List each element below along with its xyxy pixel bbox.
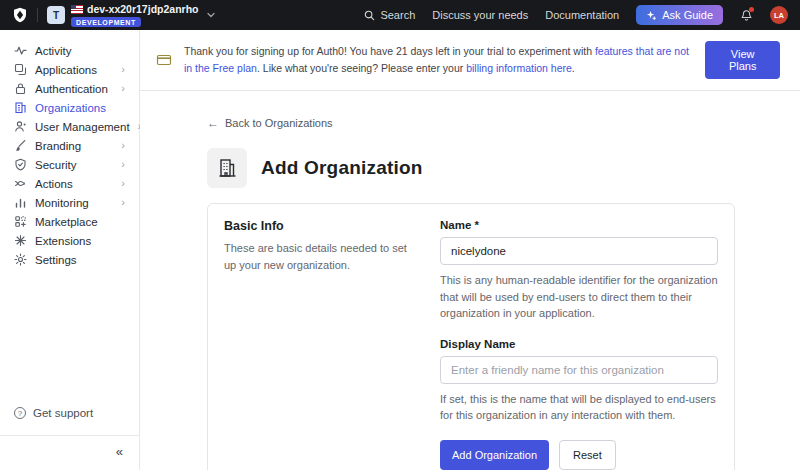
main-area: Thank you for signing up for Auth0! You …	[140, 30, 800, 470]
display-name-help-text: If set, this is the name that will be di…	[440, 391, 718, 424]
search-button[interactable]: Search	[364, 9, 415, 21]
section-title: Basic Info	[224, 219, 416, 233]
ask-guide-button[interactable]: Ask Guide	[636, 5, 723, 25]
name-label: Name *	[440, 219, 718, 231]
documentation-link[interactable]: Documentation	[545, 9, 619, 21]
tenant-name: dev-xx20r17jdp2anrho	[87, 3, 198, 15]
marketplace-icon	[14, 215, 27, 228]
topbar: T dev-xx20r17jdp2anrho DEVELOPMENT Searc…	[0, 0, 800, 30]
display-name-label: Display Name	[440, 338, 718, 350]
page-title: Add Organization	[261, 157, 423, 179]
name-help-text: This is any human-readable identifier fo…	[440, 272, 718, 322]
help-icon: ?	[14, 407, 26, 419]
discuss-your-needs-link[interactable]: Discuss your needs	[432, 9, 528, 21]
chevron-right-icon: ›	[121, 83, 125, 94]
sidebar-item-authentication[interactable]: Authentication ›	[0, 79, 139, 98]
sidebar-item-organizations[interactable]: Organizations	[0, 98, 139, 117]
us-flag-icon	[71, 5, 83, 14]
trial-banner-text: Thank you for signing up for Auth0! You …	[184, 43, 693, 77]
notifications-button[interactable]	[740, 9, 753, 22]
building-icon	[14, 101, 27, 114]
sidebar-item-applications[interactable]: Applications ›	[0, 60, 139, 79]
trial-banner: Thank you for signing up for Auth0! You …	[140, 30, 800, 91]
sidebar-item-branding[interactable]: Branding ›	[0, 136, 139, 155]
back-arrow-icon: ←	[207, 116, 219, 130]
billing-information-link[interactable]: billing information here	[466, 62, 572, 74]
get-support-label: Get support	[33, 407, 93, 419]
back-to-organizations-link[interactable]: ← Back to Organizations	[207, 116, 333, 130]
view-plans-button[interactable]: View Plans	[705, 41, 780, 79]
sidebar: Activity Applications › Authentication ›…	[0, 30, 140, 470]
sidebar-item-settings[interactable]: Settings	[0, 250, 139, 269]
ask-guide-label: Ask Guide	[662, 9, 713, 21]
flow-icon	[14, 177, 27, 190]
user-avatar[interactable]: LA	[770, 6, 788, 24]
search-label: Search	[380, 9, 415, 21]
back-link-label: Back to Organizations	[225, 117, 333, 129]
name-input[interactable]	[440, 237, 718, 265]
auth0-shield-logo	[12, 7, 28, 23]
sidebar-item-activity[interactable]: Activity	[0, 41, 139, 60]
tenant-switcher[interactable]: T dev-xx20r17jdp2anrho DEVELOPMENT	[47, 3, 216, 27]
paintbrush-icon	[14, 139, 27, 152]
get-support-link[interactable]: ? Get support	[0, 403, 139, 423]
lock-icon	[14, 82, 27, 95]
bar-chart-icon	[14, 196, 27, 209]
topbar-divider	[37, 8, 38, 22]
credit-card-icon	[156, 52, 172, 68]
environment-badge: DEVELOPMENT	[71, 17, 141, 27]
chevron-right-icon: ›	[121, 178, 125, 189]
chevron-right-icon: ›	[121, 159, 125, 170]
sidebar-item-actions[interactable]: Actions ›	[0, 174, 139, 193]
basic-info-card: Basic Info These are basic details neede…	[207, 203, 735, 470]
user-icon	[14, 120, 27, 133]
applications-icon	[14, 63, 27, 76]
chevron-down-icon	[206, 10, 216, 20]
notification-dot	[749, 7, 754, 12]
gear-icon	[14, 253, 27, 266]
shield-check-icon	[14, 158, 27, 171]
display-name-input[interactable]	[440, 356, 718, 384]
organization-icon	[207, 148, 247, 188]
reset-button[interactable]: Reset	[559, 440, 616, 470]
collapse-sidebar-button[interactable]: «	[116, 444, 123, 459]
section-description: These are basic details needed to set up…	[224, 240, 416, 273]
chevron-right-icon: ›	[121, 140, 125, 151]
chevron-right-icon: ›	[121, 197, 125, 208]
tenant-avatar: T	[47, 6, 65, 24]
activity-icon	[14, 44, 27, 57]
sidebar-item-monitoring[interactable]: Monitoring ›	[0, 193, 139, 212]
sparkle-icon	[646, 10, 657, 21]
sidebar-item-extensions[interactable]: Extensions	[0, 231, 139, 250]
extensions-icon	[14, 234, 27, 247]
search-icon	[364, 10, 375, 21]
chevron-right-icon: ›	[121, 64, 125, 75]
sidebar-item-security[interactable]: Security ›	[0, 155, 139, 174]
sidebar-item-user-management[interactable]: User Management ›	[0, 117, 139, 136]
add-organization-button[interactable]: Add Organization	[440, 440, 549, 470]
sidebar-item-marketplace[interactable]: Marketplace	[0, 212, 139, 231]
